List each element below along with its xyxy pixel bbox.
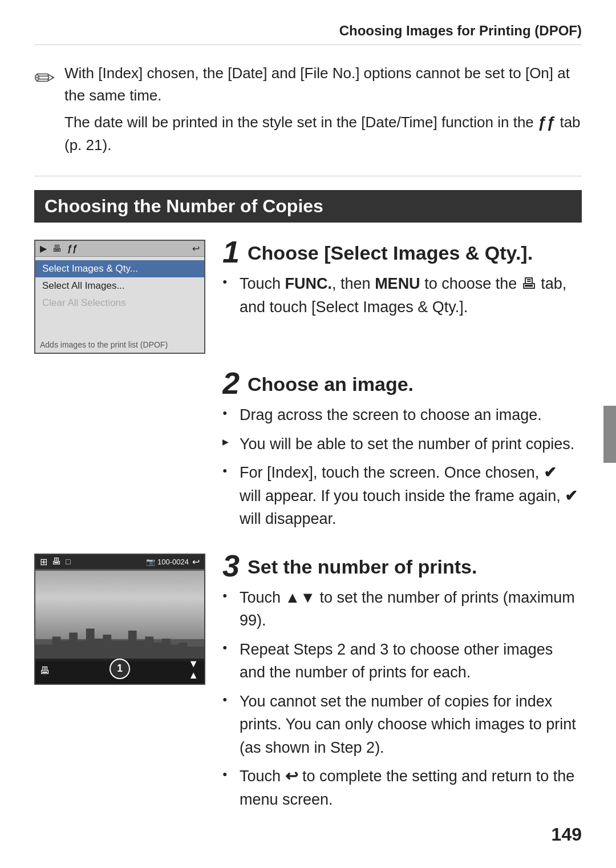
- menu-key: MENU: [375, 275, 420, 292]
- note-icon: ✏: [34, 63, 55, 160]
- up-arrow: ▼: [188, 659, 198, 669]
- step-1-content: 1 Choose [Select Images & Qty.]. Touch F…: [222, 240, 582, 354]
- step-1-image: ▶ 🖶 ƒƒ ↩ Select Images & Qty... Select A…: [34, 240, 222, 354]
- step-3-row: ⊞ 🖶 □ 📷 100-0024 ↩ 10/15: [34, 554, 582, 817]
- photo-bottom-bar: 🖶 1 ▼ ▲: [35, 659, 204, 684]
- settings-symbol: ƒƒ: [538, 113, 556, 131]
- section-divider: [34, 176, 582, 176]
- print-icon: 🖶: [52, 244, 62, 254]
- back-arrow-photo: ↩: [192, 556, 200, 567]
- step-3-bullet-4: Touch ↩ to complete the setting and retu…: [222, 765, 582, 811]
- page-header: Choosing Images for Printing (DPOF): [34, 23, 582, 45]
- print-icon-2: 🖶: [52, 556, 61, 567]
- camera-menu-items: Select Images & Qty... Select All Images…: [35, 257, 204, 315]
- step-2-bullet-2: You will be able to set the number of pr…: [222, 433, 582, 456]
- step-1-wrap: 1 Choose [Select Images & Qty.]. Touch F…: [222, 240, 582, 324]
- step-2-number: 2: [222, 371, 240, 398]
- camera-screen-photo: ⊞ 🖶 □ 📷 100-0024 ↩ 10/15: [34, 554, 205, 685]
- note-line-1: With [Index] chosen, the [Date] and [Fil…: [64, 62, 582, 107]
- camera-screen-menu: ▶ 🖶 ƒƒ ↩ Select Images & Qty... Select A…: [34, 240, 205, 354]
- back-symbol: ↩: [285, 768, 298, 785]
- note-box: ✏ With [Index] chosen, the [Date] and [F…: [34, 62, 582, 160]
- menu-item-clear: Clear All Selections: [35, 294, 204, 312]
- step-1-bullet-1: Touch FUNC., then MENU to choose the 🖶 t…: [222, 272, 582, 318]
- camera-menu-footer: Adds images to the print list (DPOF): [40, 340, 200, 349]
- step-2-row: 2 Choose an image. Drag across the scree…: [34, 371, 582, 536]
- grid-icon: ⊞: [40, 556, 47, 567]
- note-line-2-text: The date will be printed in the style se…: [64, 114, 538, 131]
- updown-symbol: ▲▼: [285, 589, 315, 606]
- step-2-bullet-1: Drag across the screen to choose an imag…: [222, 403, 582, 427]
- photo-sky: [35, 571, 204, 639]
- step-1-bullets: Touch FUNC., then MENU to choose the 🖶 t…: [222, 272, 582, 318]
- menu-item-select-images: Select Images & Qty...: [35, 260, 204, 277]
- checkmark: ✔: [544, 464, 557, 481]
- step-2-image-placeholder: [34, 371, 222, 536]
- menu-item-select-all: Select All Images...: [35, 277, 204, 294]
- square-icon: □: [66, 557, 70, 566]
- camera-photo-top: ⊞ 🖶 □ 📷 100-0024 ↩: [35, 555, 204, 569]
- note-line-2: The date will be printed in the style se…: [64, 110, 582, 156]
- steps-area: ▶ 🖶 ƒƒ ↩ Select Images & Qty... Select A…: [34, 240, 582, 834]
- back-icon: ↩: [192, 243, 200, 254]
- header-title: Choosing Images for Printing (DPOF): [339, 23, 582, 38]
- step-3-bullets: Touch ▲▼ to set the number of prints (ma…: [222, 586, 582, 812]
- down-arrow: ▲: [188, 670, 198, 680]
- step-2-bullet-3: For [Index], touch the screen. Once chos…: [222, 461, 582, 531]
- settings-icon: ƒƒ: [67, 244, 78, 254]
- step-3-number: 3: [222, 554, 240, 581]
- print-number-circle: 1: [110, 659, 130, 679]
- page-number: 149: [552, 824, 582, 845]
- step-3-content: 3 Set the number of prints. Touch ▲▼ to …: [222, 554, 582, 817]
- step-1-row: ▶ 🖶 ƒƒ ↩ Select Images & Qty... Select A…: [34, 240, 582, 354]
- up-down-arrows: ▼ ▲: [188, 659, 198, 680]
- step-3-image: ⊞ 🖶 □ 📷 100-0024 ↩ 10/15: [34, 554, 222, 817]
- camera-top-bar: ▶ 🖶 ƒƒ ↩: [35, 241, 204, 257]
- step-2-bullets: Drag across the screen to choose an imag…: [222, 403, 582, 531]
- step-1-title: Choose [Select Images & Qty.].: [222, 240, 582, 264]
- step-1-number: 1: [222, 240, 240, 267]
- section-title: Choosing the Number of Copies: [34, 190, 582, 223]
- checkmark-2: ✔: [565, 487, 578, 504]
- func-key: FUNC.: [285, 275, 333, 292]
- print-bottom-icon: 🖶: [40, 665, 50, 677]
- step-2-title: Choose an image.: [222, 371, 582, 395]
- note-content: With [Index] chosen, the [Date] and [Fil…: [64, 62, 582, 160]
- step-3-bullet-2: Repeat Steps 2 and 3 to choose other ima…: [222, 638, 582, 684]
- play-icon: ▶: [40, 243, 47, 254]
- step-3-bullet-1: Touch ▲▼ to set the number of prints (ma…: [222, 586, 582, 632]
- photo-right-info: 📷 100-0024 ↩: [146, 556, 200, 567]
- camera-counter: 📷 100-0024: [146, 558, 189, 566]
- right-edge-tab: [603, 406, 616, 463]
- page-container: Choosing Images for Printing (DPOF) ✏ Wi…: [0, 0, 616, 868]
- step-2-wrap: 2 Choose an image. Drag across the scree…: [222, 371, 582, 536]
- step-2-content: 2 Choose an image. Drag across the scree…: [222, 371, 582, 536]
- step-3-bullet-3: You cannot set the number of copies for …: [222, 690, 582, 760]
- step-3-title: Set the number of prints.: [222, 554, 582, 578]
- step-3-wrap: 3 Set the number of prints. Touch ▲▼ to …: [222, 554, 582, 817]
